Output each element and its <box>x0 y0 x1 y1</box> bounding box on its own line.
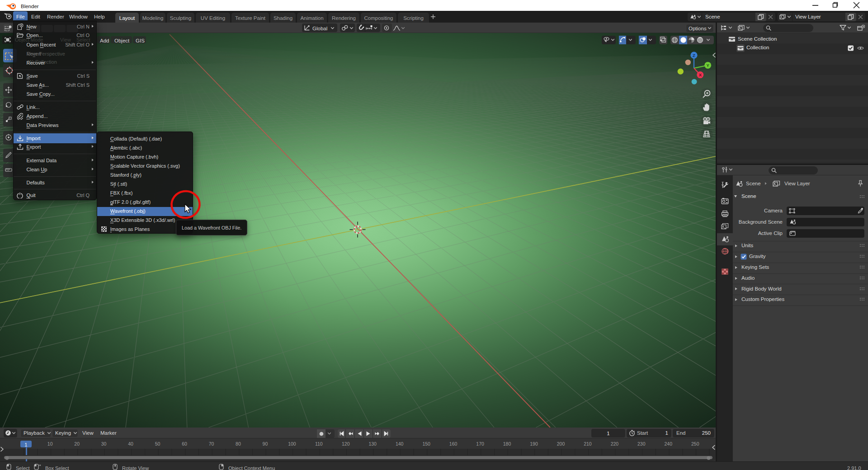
svg-text:190: 190 <box>530 441 538 446</box>
svg-text:Z: Z <box>693 53 695 58</box>
svg-text:180: 180 <box>503 441 511 446</box>
svg-text:240: 240 <box>665 441 673 446</box>
svg-text:160: 160 <box>449 441 458 446</box>
svg-text:170: 170 <box>476 441 484 446</box>
svg-text:Y: Y <box>707 63 710 68</box>
svg-text:X: X <box>699 72 702 77</box>
svg-text:40: 40 <box>128 441 133 446</box>
svg-text:10: 10 <box>47 441 53 446</box>
svg-text:150: 150 <box>422 441 430 446</box>
svg-text:130: 130 <box>368 441 377 446</box>
svg-text:200: 200 <box>557 441 565 446</box>
svg-text:80: 80 <box>236 441 241 446</box>
svg-text:50: 50 <box>155 441 160 446</box>
svg-text:140: 140 <box>396 441 404 446</box>
svg-text:110: 110 <box>315 441 323 446</box>
svg-text:30: 30 <box>101 441 107 446</box>
svg-text:60: 60 <box>182 441 187 446</box>
svg-text:220: 220 <box>611 441 619 446</box>
svg-text:20: 20 <box>74 441 80 446</box>
svg-text:250: 250 <box>691 441 699 446</box>
svg-text:100: 100 <box>288 441 296 446</box>
svg-text:230: 230 <box>637 441 646 446</box>
svg-text:70: 70 <box>209 441 214 446</box>
svg-text:120: 120 <box>342 441 350 446</box>
svg-text:210: 210 <box>584 441 592 446</box>
svg-text:90: 90 <box>263 441 268 446</box>
